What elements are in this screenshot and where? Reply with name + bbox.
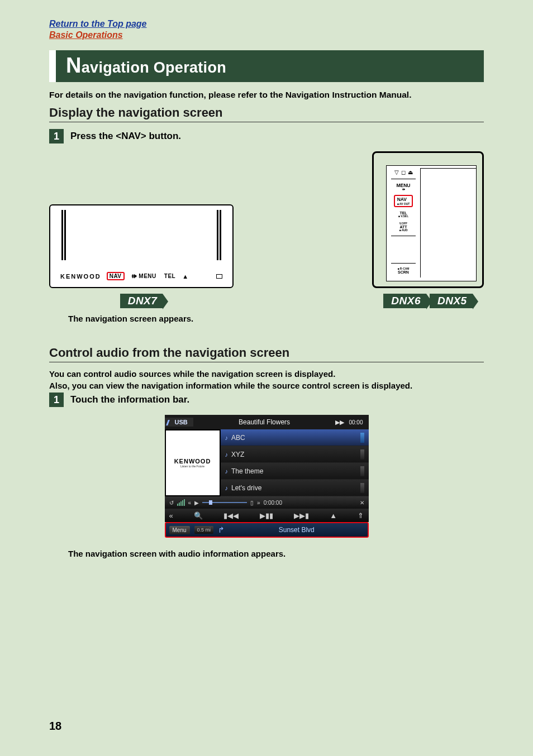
eject-icon: ⏏ — [408, 169, 413, 175]
road-name: Sunset Blvd — [229, 526, 364, 534]
eject-icon: ▲ — [182, 273, 188, 280]
body-text-2: Also, you can view the navigation inform… — [49, 381, 484, 390]
player-screenshot: USB Beautiful Flowers ▶▶ 00:00 KENWOOD L… — [165, 415, 369, 538]
back-all-icon: « — [169, 511, 173, 520]
music-note-icon: ♪ — [225, 434, 229, 441]
search-icon: 🔍 — [194, 511, 203, 520]
result-text-2: The navigation screen with audio informa… — [68, 549, 484, 558]
display-icon — [216, 274, 222, 279]
tel-button-label: TEL — [163, 272, 177, 280]
track-list: ♪ABC ♪XYZ ♪The theme ♪Let's drive — [221, 429, 369, 496]
body-text-1: You can control audio sources while the … — [49, 369, 484, 379]
music-note-icon: ♪ — [225, 451, 229, 458]
nav-button-highlighted: NAV — [107, 272, 125, 280]
dnx65-device-diagram: ▽ ◻ ⏏ MENU🕪 NAV■ AV OUT TEL■ V.SEL V.OFF… — [372, 151, 484, 288]
title-prefix: N — [66, 54, 82, 77]
fast-forward-icon: ▶▶ — [335, 419, 344, 426]
volume-bars-icon — [177, 499, 185, 506]
section-title: Navigation Operation — [49, 50, 484, 82]
track-row: ♪The theme — [221, 463, 369, 480]
kenwood-tagline: Listen to the Future — [180, 465, 204, 468]
play-icon: ▶ — [194, 500, 199, 506]
next-track-icon: ▶▶▮ — [294, 511, 309, 520]
kenwood-logo: KENWOOD — [174, 458, 211, 465]
step-number: 1 — [49, 129, 64, 143]
eject-icon: ▲ — [330, 511, 337, 520]
turn-arrow-icon: ↱ — [218, 525, 225, 534]
menu-button-label: 🕪 MENU — [130, 272, 158, 280]
progress-line — [202, 502, 247, 503]
step-instruction: Press the <NAV> button. — [70, 131, 181, 142]
scrn-label: SCRN — [398, 270, 409, 274]
clock-time: 00:00 — [349, 419, 363, 425]
up-icon: ⇑ — [358, 511, 364, 520]
position-time: 0:00:00 — [264, 500, 282, 506]
result-text: The navigation screen appears. — [68, 314, 484, 323]
music-note-icon: ♪ — [225, 468, 229, 475]
song-title: Beautiful Flowers — [198, 418, 331, 426]
loop-icon: ↺ — [169, 500, 174, 506]
step-number: 1 — [49, 393, 64, 407]
dnx6-badge: DNX6 — [383, 294, 426, 308]
step-instruction: Touch the information bar. — [70, 394, 189, 405]
prev-track-icon: ▮◀◀ — [223, 511, 239, 520]
nav-button-highlighted: NAV■ AV OUT — [394, 195, 413, 207]
subheading-control-audio: Control audio from the navigation screen — [49, 346, 484, 362]
source-tab: USB — [165, 418, 193, 427]
track-row: ♪XYZ — [221, 446, 369, 463]
triangle-icon: ▽ — [394, 169, 399, 175]
return-top-link[interactable]: Return to the Top page — [49, 19, 484, 29]
dnx5-badge: DNX5 — [430, 294, 473, 308]
menu-button: Menu — [169, 526, 190, 534]
track-row: ♪ABC — [221, 429, 369, 446]
kenwood-logo: KENWOOD — [60, 273, 101, 280]
dnx7-device-diagram: KENWOOD NAV 🕪 MENU TEL ▲ — [49, 204, 234, 288]
music-note-icon: ♪ — [225, 485, 229, 491]
album-art-area: KENWOOD Listen to the Future — [165, 429, 221, 496]
position-angle-icon: » — [257, 500, 260, 506]
position-icon: ▯ — [250, 500, 254, 506]
basic-ops-link[interactable]: Basic Operations — [49, 30, 484, 40]
distance-indicator: 0.5 mi — [194, 526, 214, 534]
shuffle-icon: ✕ — [360, 500, 364, 506]
subheading-display-nav: Display the navigation screen — [49, 106, 484, 122]
page-number: 18 — [49, 720, 61, 733]
track-row: ♪Let's drive — [221, 480, 369, 496]
square-icon: ◻ — [401, 169, 406, 175]
dnx7-badge: DNX7 — [120, 294, 163, 308]
navigation-info-bar: Menu 0.5 mi ↱ Sunset Blvd — [165, 522, 369, 538]
intro-text: For details on the navigation function, … — [49, 90, 484, 100]
title-rest: avigation Operation — [82, 59, 226, 76]
play-pause-icon: ▶▮▮ — [260, 511, 273, 520]
pointer-icon: « — [188, 500, 192, 506]
